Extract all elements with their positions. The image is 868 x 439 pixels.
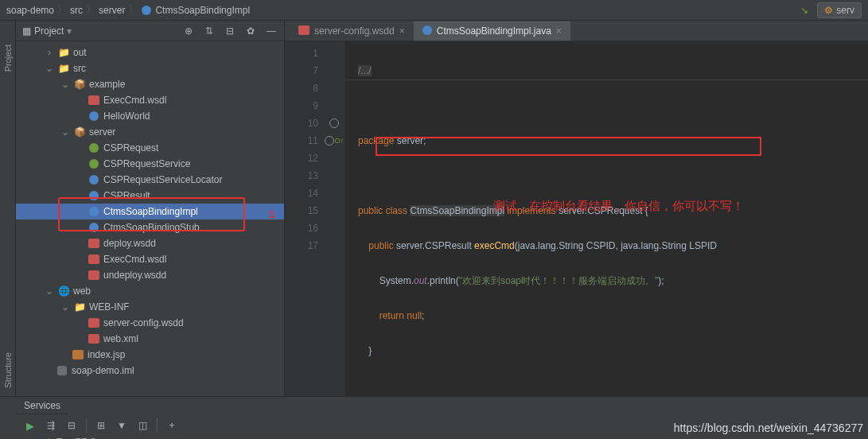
tree-file[interactable]: HelloWorld xyxy=(16,108,284,124)
project-view-icon: ▦ xyxy=(22,25,31,37)
stop-icon[interactable]: ⊟ xyxy=(62,416,81,435)
editor-tabs: server-config.wsdd × CtmsSoapBindingImpl… xyxy=(285,21,868,41)
tree-file[interactable]: soap-demo.iml xyxy=(16,363,284,379)
code-area[interactable]: /.../ package server; public class CtmsS… xyxy=(345,41,868,396)
tree-file[interactable]: index.jsp xyxy=(16,347,284,363)
tree-file[interactable]: CtmsSoapBindingStub xyxy=(16,220,284,235)
services-tab[interactable]: Services xyxy=(16,397,68,414)
tree-icon[interactable]: ⇶ xyxy=(41,416,60,435)
chevron-right-icon: 〉 xyxy=(128,3,138,17)
project-title[interactable]: Project xyxy=(34,25,64,37)
hide-icon[interactable]: — xyxy=(265,25,278,37)
watermark: https://blog.csdn.net/weixin_44736277 xyxy=(674,422,863,434)
tree-file[interactable]: ExecCmd.wsdl xyxy=(16,251,284,267)
run-config-button[interactable]: ⚙ serv xyxy=(817,2,862,18)
chevron-right-icon: 〉 xyxy=(57,3,67,17)
tree-package-server[interactable]: ⌄📦server xyxy=(16,124,284,140)
tree-folder-out[interactable]: ›📁out xyxy=(16,45,284,60)
editor-body[interactable]: 17891011121314151617 O↑ /.../ package se… xyxy=(285,41,868,396)
services-toolbar: ▶ ⇶ ⊟ ⊞ ▼ ◫ + xyxy=(16,414,186,437)
tree-file[interactable]: ExecCmd.wsdl xyxy=(16,92,284,108)
tree-folder-webinf[interactable]: ⌄📁WEB-INF xyxy=(16,299,284,315)
xml-icon xyxy=(298,25,309,37)
separator xyxy=(157,418,158,433)
class-icon xyxy=(141,5,152,16)
build-icon[interactable]: ↘ xyxy=(798,4,811,17)
line-numbers: 17891011121314151617 xyxy=(285,41,323,396)
chevron-right-icon: 〉 xyxy=(86,3,95,17)
dropdown-icon[interactable]: ▾ xyxy=(67,25,72,37)
tree-file-selected[interactable]: CtmsSoapBindingImpl xyxy=(16,204,284,220)
tree-file[interactable]: web.xml xyxy=(16,331,284,347)
tree-file[interactable]: CSPResult xyxy=(16,188,284,204)
tree-folder-web[interactable]: ⌄🌐web xyxy=(16,283,284,299)
close-icon[interactable]: × xyxy=(399,25,405,37)
add-icon[interactable]: + xyxy=(162,416,181,435)
project-tree[interactable]: ›📁out ⌄📁src ⌄📦example ExecCmd.wsdl Hello… xyxy=(16,41,284,396)
layout-icon[interactable]: ◫ xyxy=(133,416,152,435)
expand-icon[interactable]: ⇅ xyxy=(203,25,216,37)
tree-file[interactable]: deploy.wsdd xyxy=(16,235,284,251)
close-icon[interactable]: × xyxy=(556,25,562,37)
group-icon[interactable]: ⊞ xyxy=(91,416,111,435)
tree-file[interactable]: CSPRequest xyxy=(16,140,284,156)
breadcrumb-item[interactable]: src xyxy=(70,5,83,16)
override-icon[interactable]: O↑ xyxy=(335,137,344,145)
tab-server-config[interactable]: server-config.wsdd × xyxy=(290,21,414,41)
run-icon[interactable]: ▶ xyxy=(21,416,40,435)
annotation-text-2: 测试，在控制台看结果，你自信，你可以不写！ xyxy=(493,199,744,214)
collapse-icon[interactable]: ⊟ xyxy=(224,25,236,37)
gutter-icons: O↑ xyxy=(323,41,345,396)
filter-icon[interactable]: ▼ xyxy=(112,416,131,435)
separator xyxy=(86,418,87,433)
globe-icon[interactable] xyxy=(325,136,334,146)
tree-package-example[interactable]: ⌄📦example xyxy=(16,76,284,92)
tree-file[interactable]: undeploy.wsdd xyxy=(16,267,284,283)
breadcrumb-item[interactable]: CtmsSoapBindingImpl xyxy=(155,5,250,16)
breadcrumb: soap-demo 〉 src 〉 server 〉 CtmsSoapBindi… xyxy=(0,0,868,21)
tree-file[interactable]: CSPRequestServiceLocator xyxy=(16,172,284,188)
folded-comment[interactable]: /.../ xyxy=(358,65,372,76)
gear-icon[interactable]: ✿ xyxy=(244,25,257,37)
globe-icon[interactable] xyxy=(329,118,339,128)
structure-tool-button[interactable]: Structure xyxy=(3,352,13,388)
project-panel-header: ▦ Project ▾ ⊕ ⇅ ⊟ ✿ — xyxy=(16,21,284,41)
breadcrumb-item[interactable]: server xyxy=(99,5,125,16)
tree-file[interactable]: CSPRequestService xyxy=(16,156,284,172)
project-panel: ▦ Project ▾ ⊕ ⇅ ⊟ ✿ — ›📁out ⌄📁src ⌄📦exam… xyxy=(16,21,285,396)
tomcat-icon: ⚙ xyxy=(824,5,833,16)
left-tool-strip: Project Structure xyxy=(0,21,16,396)
tree-folder-src[interactable]: ⌄📁src xyxy=(16,60,284,76)
separator-line xyxy=(345,80,868,80)
annotation-label-1: 1 xyxy=(269,208,274,220)
class-icon xyxy=(422,25,432,37)
tab-ctmssoapbindingimpl[interactable]: CtmsSoapBindingImpl.java × xyxy=(414,21,570,41)
project-tool-button[interactable]: Project xyxy=(3,45,13,72)
tree-file[interactable]: server-config.wsdd xyxy=(16,315,284,331)
breadcrumb-item[interactable]: soap-demo xyxy=(6,5,54,16)
locate-icon[interactable]: ⊕ xyxy=(182,25,195,37)
